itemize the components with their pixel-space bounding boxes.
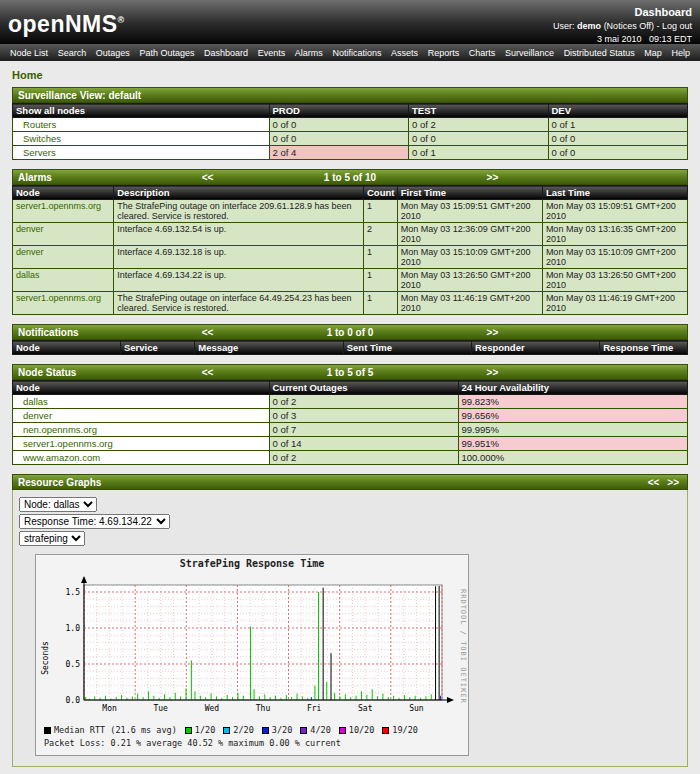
node-status-node: denver — [13, 409, 270, 423]
graph-type-select[interactable]: strafeping — [19, 531, 85, 546]
content: Home Surveillance View: default Show all… — [0, 61, 700, 774]
svg-text:Wed: Wed — [205, 704, 220, 713]
notifications-pager-next[interactable]: >> — [487, 327, 499, 338]
alarm-node-link[interactable]: server1.opennms.org — [16, 201, 101, 211]
logout-link[interactable]: Log out — [662, 21, 692, 31]
node-status-node-link[interactable]: nen.opennms.org — [23, 424, 97, 435]
node-status-outages: 0 of 7 — [269, 423, 458, 437]
surveillance-category-link[interactable]: Switches — [23, 133, 61, 144]
notifications-panel: Notifications << 1 to 0 of 0 >> NodeServ… — [12, 324, 688, 355]
node-status-row: denver0 of 399.656% — [13, 409, 688, 423]
notifications-col-response-time: Response Time — [600, 341, 688, 355]
surveillance-row: Switches0 of 00 of 00 of 0 — [13, 132, 688, 146]
svg-text:1.5: 1.5 — [66, 588, 81, 597]
resource-graphs-body: Node: dallas Response Time: 4.69.134.22 … — [12, 490, 688, 767]
nav-item-outages[interactable]: Outages — [96, 48, 130, 58]
graph-plot: 0.00.51.01.5MonTueWedThuFriSatSunSeconds — [38, 570, 462, 720]
node-status-pager-label: 1 to 5 of 5 — [327, 367, 374, 378]
surveillance-table: Show all nodesPRODTESTDEV Routers0 of 00… — [12, 103, 688, 160]
surveillance-cell[interactable]: 0 of 0 — [269, 118, 409, 132]
node-status-pager-prev[interactable]: << — [202, 367, 214, 378]
alarm-node-link[interactable]: server1.opennms.org — [16, 293, 101, 303]
surveillance-category-link[interactable]: Servers — [23, 147, 56, 158]
alarm-node-link[interactable]: denver — [16, 247, 44, 257]
alarm-row: denverInterface 4.69.132.18 is up.1Mon M… — [13, 246, 688, 269]
nav-item-dashboard[interactable]: Dashboard — [204, 48, 248, 58]
surveillance-cell[interactable]: 0 of 0 — [548, 132, 688, 146]
notifications-col-responder: Responder — [472, 341, 600, 355]
surveillance-row-label: Switches — [13, 132, 270, 146]
nav-item-reports[interactable]: Reports — [428, 48, 460, 58]
alarms-pager-prev[interactable]: << — [202, 172, 214, 183]
alarms-pager-next[interactable]: >> — [487, 172, 499, 183]
alarm-first-time: Mon May 03 15:09:51 GMT+200 2010 — [397, 200, 542, 223]
nav-item-surveillance[interactable]: Surveillance — [505, 48, 554, 58]
surveillance-cell[interactable]: 0 of 2 — [409, 118, 549, 132]
nav-item-notifications[interactable]: Notifications — [332, 48, 381, 58]
surveillance-cell[interactable]: 0 of 0 — [409, 132, 549, 146]
page-title: Dashboard — [553, 5, 692, 20]
node-status-node-link[interactable]: denver — [23, 410, 52, 421]
notifications-pager-prev[interactable]: << — [202, 327, 214, 338]
alarms-col-description: Description — [114, 186, 364, 200]
surveillance-cell[interactable]: 0 of 0 — [548, 146, 688, 160]
node-status-availability: 100.000% — [458, 451, 688, 465]
resource-graphs-pager-prev[interactable]: << — [648, 477, 660, 488]
surveillance-category-link[interactable]: Routers — [23, 119, 56, 130]
alarm-node: dallas — [13, 269, 114, 292]
surveillance-col-test: TEST — [409, 104, 549, 118]
resource-graphs-pager-next[interactable]: >> — [667, 477, 679, 488]
node-status-availability: 99.656% — [458, 409, 688, 423]
surveillance-cell[interactable]: 0 of 1 — [409, 146, 549, 160]
surveillance-cell[interactable]: 0 of 0 — [269, 132, 409, 146]
opennms-logo[interactable]: openNMS® — [8, 5, 125, 39]
node-status-outages: 0 of 14 — [269, 437, 458, 451]
surveillance-panel: Surveillance View: default Show all node… — [12, 87, 688, 160]
node-status-availability: 99.951% — [458, 437, 688, 451]
node-status-node-link[interactable]: dallas — [23, 396, 48, 407]
alarm-node-link[interactable]: denver — [16, 224, 44, 234]
nav-item-search[interactable]: Search — [58, 48, 87, 58]
nav-item-distributed-status[interactable]: Distributed Status — [564, 48, 635, 58]
nav-item-path-outages[interactable]: Path Outages — [139, 48, 194, 58]
notices-state: (Notices Off) - — [601, 21, 662, 31]
svg-text:1.0: 1.0 — [66, 624, 81, 633]
nav-item-map[interactable]: Map — [644, 48, 662, 58]
svg-text:Thu: Thu — [256, 704, 271, 713]
alarms-pager: << 1 to 5 of 10 >> — [202, 172, 499, 183]
node-status-node-link[interactable]: server1.opennms.org — [23, 438, 113, 449]
nav-item-assets[interactable]: Assets — [391, 48, 418, 58]
resource-select[interactable]: Response Time: 4.69.134.22 — [19, 514, 170, 529]
legend-swatch — [262, 727, 269, 734]
nav-item-charts[interactable]: Charts — [469, 48, 496, 58]
resource-graphs-panel: Resource Graphs << >> Node: dallas Respo… — [12, 474, 688, 767]
nav-item-help[interactable]: Help — [671, 48, 690, 58]
alarm-node-link[interactable]: dallas — [16, 270, 40, 280]
node-status-node-link[interactable]: www.amazon.com — [23, 452, 100, 463]
legend-swatch — [382, 727, 389, 734]
node-select[interactable]: Node: dallas — [19, 497, 97, 512]
surveillance-cell[interactable]: 0 of 1 — [548, 118, 688, 132]
surveillance-cell[interactable]: 2 of 4 — [269, 146, 409, 160]
notifications-col-node: Node — [13, 341, 121, 355]
alarm-description: Interface 4.69.132.54 is up. — [114, 223, 364, 246]
legend-label: 1/20 — [195, 725, 215, 735]
node-status-pager-next[interactable]: >> — [487, 367, 499, 378]
legend-label: Median RTT (21.6 ms avg) — [54, 725, 177, 735]
surveillance-col-dev: DEV — [548, 104, 688, 118]
svg-text:0.5: 0.5 — [66, 660, 81, 669]
nav-item-alarms[interactable]: Alarms — [295, 48, 323, 58]
main-nav: Node ListSearchOutagesPath OutagesDashbo… — [0, 44, 700, 61]
nav-item-node-list[interactable]: Node List — [10, 48, 48, 58]
node-status-table: NodeCurrent Outages24 Hour Availability … — [12, 380, 688, 465]
surveillance-row: Servers2 of 40 of 10 of 0 — [13, 146, 688, 160]
alarms-col-count: Count — [364, 186, 398, 200]
logo-text: openNMS — [8, 11, 118, 37]
alarm-description: The StrafePing outage on interface 64.49… — [114, 292, 364, 315]
node-status-header: Node Status << 1 to 5 of 5 >> — [12, 364, 688, 380]
surveillance-row-label: Servers — [13, 146, 270, 160]
svg-text:Sun: Sun — [409, 704, 424, 713]
node-status-availability: 99.823% — [458, 395, 688, 409]
surveillance-col-prod: PROD — [269, 104, 409, 118]
nav-item-events[interactable]: Events — [258, 48, 286, 58]
